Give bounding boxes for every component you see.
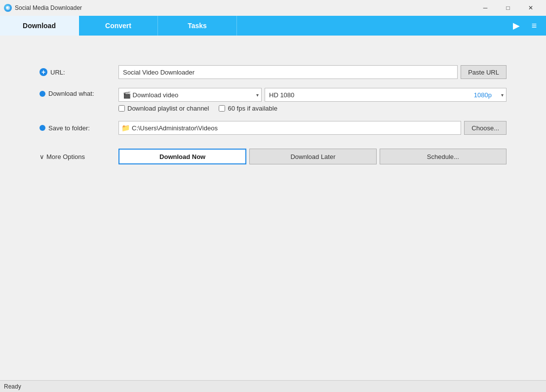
url-input-wrapper: Social Video Downloader [118,65,458,79]
schedule-button[interactable]: Schedule... [380,149,507,164]
fps-checkbox-label[interactable]: 60 fps if available [219,105,277,112]
more-options-toggle[interactable]: ∨ More Options [39,153,114,160]
save-folder-row: Save to folder: 📁 C:\Users\Administrator… [39,121,507,135]
app-title: Social Media Downloader [15,4,474,11]
app-icon [4,4,12,12]
play-button[interactable]: ▶ [508,18,524,34]
window-controls: ─ □ ✕ [474,0,542,16]
tab-convert[interactable]: Convert [79,16,158,36]
fps-checkbox[interactable] [219,105,225,112]
download-later-button[interactable]: Download Later [249,149,376,164]
menu-button[interactable]: ≡ [526,18,542,34]
url-controls: Social Video Downloader Paste URL [118,65,507,79]
quality-dropdown[interactable]: HD 1080 HD 720 SD 480 SD 360 [265,88,507,102]
save-folder-label: Save to folder: [39,124,118,132]
status-bar: Ready [0,380,546,392]
download-what-label: Download what: [39,90,118,97]
download-what-row: Download what: 🎬 Download video 🔊 Downlo… [39,88,507,112]
more-options-label: More Options [46,153,85,160]
tab-bar-actions: ▶ ≡ [505,16,546,36]
download-type-wrapper: 🎬 Download video 🔊 Download audio 💬 Down… [118,88,262,102]
add-icon: + [39,68,47,76]
maximize-button[interactable]: □ [497,0,519,16]
tab-bar-spacer [237,16,505,36]
folder-dropdown[interactable]: C:\Users\Administrator\Videos [118,121,461,135]
download-now-button[interactable]: Download Now [118,149,246,164]
action-buttons: Download Now Download Later Schedule... [118,149,507,164]
checkbox-row: Download playlist or channel 60 fps if a… [118,105,507,112]
download-what-controls: 🎬 Download video 🔊 Download audio 💬 Down… [118,88,507,112]
tab-tasks[interactable]: Tasks [158,16,237,36]
main-content: + URL: Social Video Downloader Paste URL… [0,36,546,380]
download-type-dropdown[interactable]: 🎬 Download video 🔊 Download audio 💬 Down… [118,88,262,102]
url-row: + URL: Social Video Downloader Paste URL [39,65,507,79]
quality-dropdown-wrapper: HD 1080 HD 720 SD 480 SD 360 1080p ▾ [265,88,507,102]
folder-path-wrapper: 📁 C:\Users\Administrator\Videos [118,121,461,135]
playlist-checkbox-label[interactable]: Download playlist or channel [118,105,209,112]
tab-download[interactable]: Download [0,16,79,36]
save-folder-controls: 📁 C:\Users\Administrator\Videos Choose..… [118,121,507,135]
paste-url-button[interactable]: Paste URL [461,65,507,79]
svg-point-1 [6,7,8,9]
minimize-button[interactable]: ─ [474,0,497,16]
url-dropdown[interactable]: Social Video Downloader [118,65,458,79]
url-label: + URL: [39,68,118,76]
title-bar: Social Media Downloader ─ □ ✕ [0,0,546,16]
choose-folder-button[interactable]: Choose... [464,121,507,135]
download-type-quality-row: 🎬 Download video 🔊 Download audio 💬 Down… [118,88,507,102]
download-what-section: 🎬 Download video 🔊 Download audio 💬 Down… [118,88,507,112]
playlist-checkbox[interactable] [118,105,125,112]
download-what-dot [39,91,45,97]
save-folder-dot [39,125,45,131]
close-button[interactable]: ✕ [519,0,542,16]
more-options-row: ∨ More Options Download Now Download Lat… [39,149,507,164]
chevron-icon: ∨ [39,153,44,160]
tab-bar: Download Convert Tasks ▶ ≡ [0,16,546,36]
status-text: Ready [4,383,21,390]
